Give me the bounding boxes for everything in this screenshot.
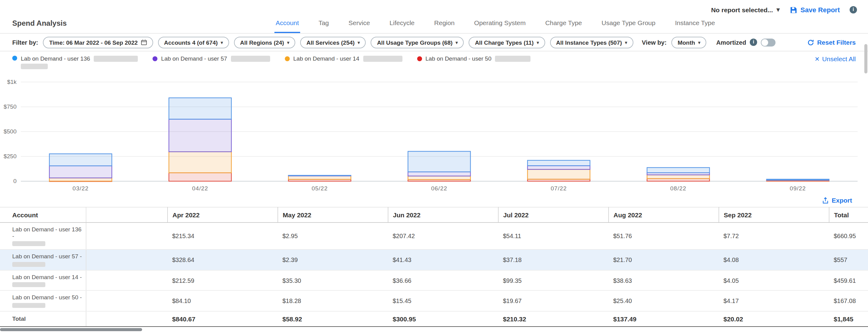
column-header-account[interactable]: Account (0, 207, 86, 223)
filter-regions-label: All Regions (24) (240, 39, 284, 45)
table-row[interactable]: Lab on Demand - user 136 - $215.34 $2.95… (0, 223, 868, 250)
bar-segment[interactable] (169, 119, 231, 152)
bar-segment[interactable] (288, 175, 351, 176)
bar-segment[interactable] (527, 166, 590, 169)
account-name: Lab on Demand - user 136 - (12, 226, 83, 239)
table-total-row: Total $840.67 $58.92 $300.95 $210.32 $13… (0, 311, 868, 327)
bar-segment[interactable] (49, 154, 112, 166)
view-by-select[interactable]: Month▾ (671, 36, 706, 48)
legend-item[interactable]: Lab on Demand - user 50 (417, 55, 530, 62)
reset-filters-label: Reset Filters (817, 39, 856, 46)
column-header[interactable]: Sep 2022 (718, 207, 829, 223)
filter-regions[interactable]: All Regions (24)▾ (234, 36, 296, 48)
bar-segment[interactable] (288, 176, 351, 179)
bar-segment[interactable] (169, 152, 231, 173)
tab-usage-type-group[interactable]: Usage Type Group (600, 19, 657, 33)
bar-segment[interactable] (49, 178, 112, 181)
redacted-text (94, 56, 138, 62)
column-header[interactable]: Jun 2022 (388, 207, 498, 223)
column-header[interactable]: Jul 2022 (498, 207, 608, 223)
unselect-all-button[interactable]: ✕ Unselect All (815, 55, 856, 62)
save-report-label: Save Report (801, 6, 840, 13)
redacted-text (363, 56, 402, 62)
bar-segment[interactable] (647, 167, 710, 173)
bar-segment[interactable] (408, 172, 470, 176)
filter-by-label: Filter by: (12, 39, 38, 45)
x-axis-label: 03/22 (72, 185, 89, 192)
legend-dot (153, 56, 157, 61)
amortized-toggle[interactable] (761, 38, 775, 46)
refresh-icon (807, 39, 814, 45)
bar-segment[interactable] (527, 160, 590, 166)
column-header-total[interactable]: Total (829, 207, 868, 223)
cell: $2.39 (278, 250, 388, 270)
total-cell: $840.67 (167, 311, 278, 327)
bar-segment[interactable] (169, 98, 231, 120)
info-icon[interactable]: i (750, 39, 757, 46)
chevron-down-icon: ▾ (777, 7, 780, 13)
filter-time[interactable]: Time: 06 Mar 2022 - 06 Sep 2022 (43, 36, 153, 48)
view-by-value: Month (678, 39, 695, 45)
legend-dot (417, 56, 422, 61)
filter-services[interactable]: All Services (254)▾ (300, 36, 366, 48)
filter-accounts[interactable]: Accounts 4 (of 674)▾ (158, 36, 229, 48)
info-icon[interactable]: i (849, 6, 857, 13)
table-row[interactable]: Lab on Demand - user 57 - $328.64 $2.39 … (0, 250, 868, 270)
x-axis-label: 05/22 (311, 185, 328, 192)
bar-segment[interactable] (767, 179, 829, 180)
bar-segment[interactable] (49, 166, 112, 178)
export-bar: Export (0, 195, 868, 207)
export-button[interactable]: Export (822, 197, 852, 204)
tab-bar: Account Tag Service Lifecycle Region Ope… (274, 19, 716, 33)
tab-operating-system[interactable]: Operating System (473, 19, 527, 33)
spend-table: Account Apr 2022 May 2022 Jun 2022 Jul 2… (0, 207, 868, 327)
bar-segment[interactable] (408, 176, 470, 180)
filter-time-label: Time: 06 Mar 2022 - 06 Sep 2022 (49, 39, 137, 45)
account-name: Lab on Demand - user 57 - (12, 253, 83, 260)
tab-instance-type[interactable]: Instance Type (674, 19, 716, 33)
save-report-button[interactable]: Save Report (789, 6, 840, 14)
page-title: Spend Analysis (12, 19, 67, 33)
redacted-text (495, 56, 530, 62)
bar-segment[interactable] (647, 175, 710, 179)
tab-lifecycle[interactable]: Lifecycle (389, 19, 416, 33)
filter-charge-types[interactable]: All Charge Types (11)▾ (469, 36, 545, 48)
tab-account[interactable]: Account (274, 19, 300, 33)
report-selector[interactable]: No report selected... ▾ (711, 6, 780, 13)
amortized-control: Amortized i (716, 38, 775, 46)
table-row[interactable]: Lab on Demand - user 50 - $84.10 $18.28 … (0, 291, 868, 311)
legend-item[interactable]: Lab on Demand - user 14 (285, 55, 402, 62)
cell: $41.43 (388, 250, 498, 270)
table-row[interactable]: Lab on Demand - user 14 - $212.59 $35.30… (0, 270, 868, 291)
vertical-scrollbar-thumb[interactable] (864, 44, 867, 73)
cell: $54.11 (498, 223, 608, 250)
filter-bar: Filter by: Time: 06 Mar 2022 - 06 Sep 20… (0, 33, 868, 52)
tab-service[interactable]: Service (347, 19, 371, 33)
horizontal-scrollbar-thumb[interactable] (0, 328, 142, 331)
filter-usage-type-groups[interactable]: All Usage Type Groups (68)▾ (371, 36, 464, 48)
tab-tag[interactable]: Tag (317, 19, 330, 33)
legend-item[interactable]: Lab on Demand - user 57 (153, 55, 270, 62)
bar-segment[interactable] (408, 151, 470, 172)
total-cell: $210.32 (498, 311, 608, 327)
column-header[interactable]: May 2022 (278, 207, 388, 223)
title-bar: Spend Analysis Account Tag Service Lifec… (0, 15, 868, 33)
bar-segment[interactable] (647, 179, 710, 181)
total-cell: $1,845 (829, 311, 868, 327)
reset-filters-button[interactable]: Reset Filters (807, 39, 856, 46)
filter-instance-types[interactable]: All Instance Types (507)▾ (550, 36, 633, 48)
filter-accounts-label: Accounts 4 (of 674) (164, 39, 218, 45)
cell: $215.34 (167, 223, 278, 250)
column-header[interactable]: Apr 2022 (167, 207, 278, 223)
filter-usage-type-groups-label: All Usage Type Groups (68) (377, 39, 453, 45)
chart-legend: Lab on Demand - user 136 Lab on Demand -… (0, 52, 868, 72)
column-header[interactable]: Aug 2022 (608, 207, 718, 223)
legend-item[interactable]: Lab on Demand - user 136 (12, 55, 138, 69)
legend-label: Lab on Demand - user 14 (293, 55, 359, 62)
tab-region[interactable]: Region (433, 19, 456, 33)
bar-segment[interactable] (527, 169, 590, 179)
tab-charge-type[interactable]: Charge Type (544, 19, 583, 33)
filter-charge-types-label: All Charge Types (11) (475, 39, 534, 45)
bar-segment[interactable] (169, 173, 231, 181)
cell: $35.30 (278, 270, 388, 291)
